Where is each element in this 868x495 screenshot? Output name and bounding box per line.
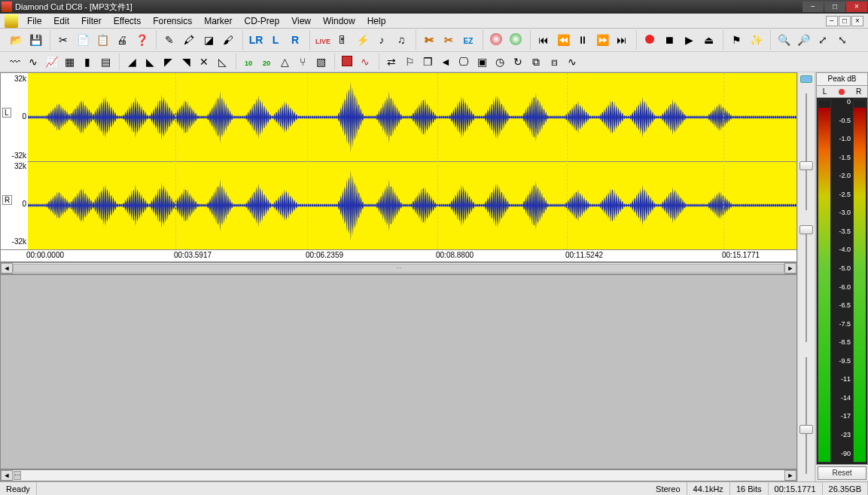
bars-button[interactable]: ▮ xyxy=(78,53,96,70)
red-box-button[interactable] xyxy=(338,53,356,70)
pencil-button[interactable]: ✎ xyxy=(160,30,179,50)
sine-button[interactable]: ∿ xyxy=(563,53,581,70)
waveform-panel[interactable]: 32k 0 -32k 32k 0 -32k L R xyxy=(0,72,797,250)
peak-reset-button[interactable]: Reset xyxy=(818,466,866,480)
menu-marker[interactable]: Marker xyxy=(198,14,238,28)
zoom-slider-1[interactable] xyxy=(798,86,815,218)
menu-view[interactable]: View xyxy=(285,14,317,28)
scroll-right-button[interactable]: ► xyxy=(784,263,796,273)
histogram-button[interactable]: ▤ xyxy=(96,53,114,70)
red-wave-button[interactable]: ∿ xyxy=(356,53,374,70)
fx1-button[interactable]: ✄ xyxy=(419,30,439,50)
equalizer-button[interactable]: 🎚 xyxy=(333,30,352,50)
note2-button[interactable]: ♫ xyxy=(391,30,411,50)
fforward-button[interactable]: ⏩ xyxy=(592,30,612,50)
print-button[interactable]: 🖨 xyxy=(112,30,132,50)
dvd-button[interactable] xyxy=(506,30,525,50)
zoom-sel-button[interactable]: ⤡ xyxy=(833,30,852,50)
clip2-button[interactable]: ⧈ xyxy=(545,53,563,70)
close-button[interactable]: × xyxy=(846,2,867,12)
r-button-button[interactable]: R xyxy=(285,30,305,50)
zoom-slider-3[interactable] xyxy=(798,350,815,481)
mdi-restore-button[interactable]: □ xyxy=(839,16,851,26)
stop-button[interactable]: ⏹ xyxy=(659,30,679,50)
rewind-button[interactable]: ⏪ xyxy=(553,30,573,50)
paste-button[interactable]: 📋 xyxy=(93,30,112,50)
eraser-button[interactable]: ◪ xyxy=(199,30,218,50)
layers-button[interactable]: ❐ xyxy=(419,53,437,70)
copy-button[interactable]: 📄 xyxy=(73,30,93,50)
mdi-min-button[interactable]: − xyxy=(826,16,838,26)
spectrum-button[interactable]: 📈 xyxy=(42,53,60,70)
menu-help[interactable]: Help xyxy=(361,14,392,28)
monitor2-button[interactable]: ▣ xyxy=(473,53,491,70)
wave2-button[interactable]: ∿ xyxy=(24,53,42,70)
scroll-thumb[interactable]: ⋯ xyxy=(13,264,784,273)
play-button[interactable]: ▶ xyxy=(679,30,699,50)
arrows-button[interactable]: ⇄ xyxy=(382,53,400,70)
menu-edit[interactable]: Edit xyxy=(47,14,75,28)
skip-start-button[interactable]: ⏮ xyxy=(534,30,553,50)
record-button[interactable] xyxy=(640,30,659,50)
minimize-button[interactable]: − xyxy=(803,2,824,12)
zoom-out-button[interactable]: 🔎 xyxy=(793,30,813,50)
maximize-button[interactable]: □ xyxy=(824,2,845,12)
waveform-scrollbar[interactable]: ◄ ⋯ ► xyxy=(0,262,797,274)
menu-window[interactable]: Window xyxy=(317,14,361,28)
note-button[interactable]: ♪ xyxy=(372,30,391,50)
monitor-button[interactable]: 🖵 xyxy=(455,53,473,70)
flag2-button[interactable]: ⚐ xyxy=(400,53,419,70)
zoom-in-button[interactable]: 🔍 xyxy=(774,30,793,50)
skip-end-button[interactable]: ⏭ xyxy=(612,30,632,50)
sparkle-button[interactable]: ✨ xyxy=(746,30,766,50)
scroll-left-button[interactable]: ◄ xyxy=(1,263,13,273)
clock-button[interactable]: ◷ xyxy=(491,53,509,70)
grid-button[interactable]: ▦ xyxy=(60,53,78,70)
zoom-full-button[interactable]: ⤢ xyxy=(813,30,833,50)
peak-button[interactable]: △ xyxy=(276,53,294,70)
eject-button[interactable]: ⏏ xyxy=(699,30,718,50)
n20-button[interactable]: 20 xyxy=(257,53,276,70)
clip-button[interactable]: ⧉ xyxy=(527,53,545,70)
menu-file[interactable]: File xyxy=(21,14,47,28)
overview-thumb[interactable] xyxy=(800,75,812,83)
loop-button[interactable]: ↻ xyxy=(509,53,527,70)
flag-button[interactable]: ⚑ xyxy=(726,30,746,50)
flash-button[interactable]: ⚡ xyxy=(352,30,372,50)
scroll-left-button[interactable]: ◄ xyxy=(1,470,13,481)
cut-button[interactable]: ✂ xyxy=(53,30,73,50)
wave1-button[interactable]: 〰 xyxy=(6,53,24,70)
menu-forensics[interactable]: Forensics xyxy=(147,14,198,28)
open-button[interactable]: 📂 xyxy=(6,30,26,50)
env3-button[interactable]: ◤ xyxy=(159,53,177,70)
mdi-close-button[interactable]: × xyxy=(851,16,863,26)
triangle-button[interactable]: ◺ xyxy=(213,53,231,70)
cross-button[interactable]: ✕ xyxy=(195,53,213,70)
time-ruler[interactable]: 00:00.000000:03.591700:06.235900:08.8800… xyxy=(0,250,797,262)
scroll-thumb[interactable]: ⋯ xyxy=(14,471,21,480)
fx2-button[interactable]: ✂ xyxy=(439,30,458,50)
menu-filter[interactable]: Filter xyxy=(75,14,108,28)
menu-cd-prep[interactable]: CD-Prep xyxy=(239,14,286,28)
pause-button[interactable]: ⏸ xyxy=(573,30,592,50)
ez-button[interactable]: EZ xyxy=(458,30,478,50)
menu-effects[interactable]: Effects xyxy=(108,14,147,28)
scroll-right-button[interactable]: ► xyxy=(784,470,796,481)
lr-button-button[interactable]: LR xyxy=(246,30,266,50)
help-button[interactable]: ❓ xyxy=(132,30,151,50)
env4-button[interactable]: ◥ xyxy=(177,53,195,70)
fork-button[interactable]: ⑂ xyxy=(294,53,312,70)
l-button-button[interactable]: L xyxy=(266,30,285,50)
live-button[interactable]: LIVE xyxy=(313,30,333,50)
cd-button[interactable] xyxy=(486,30,506,50)
marker-button[interactable]: 🖍 xyxy=(179,30,199,50)
zoom-slider-2[interactable] xyxy=(798,218,815,350)
n10-button[interactable]: 10 xyxy=(239,53,257,70)
color-button[interactable]: ▧ xyxy=(312,53,330,70)
env1-button[interactable]: ◢ xyxy=(123,53,141,70)
env2-button[interactable]: ◣ xyxy=(141,53,159,70)
secondary-scrollbar[interactable]: ◄ ⋯ ► xyxy=(0,469,797,481)
back-button[interactable]: ◄ xyxy=(437,53,455,70)
brush-button[interactable]: 🖌 xyxy=(218,30,238,50)
save-button[interactable]: 💾 xyxy=(26,30,45,50)
